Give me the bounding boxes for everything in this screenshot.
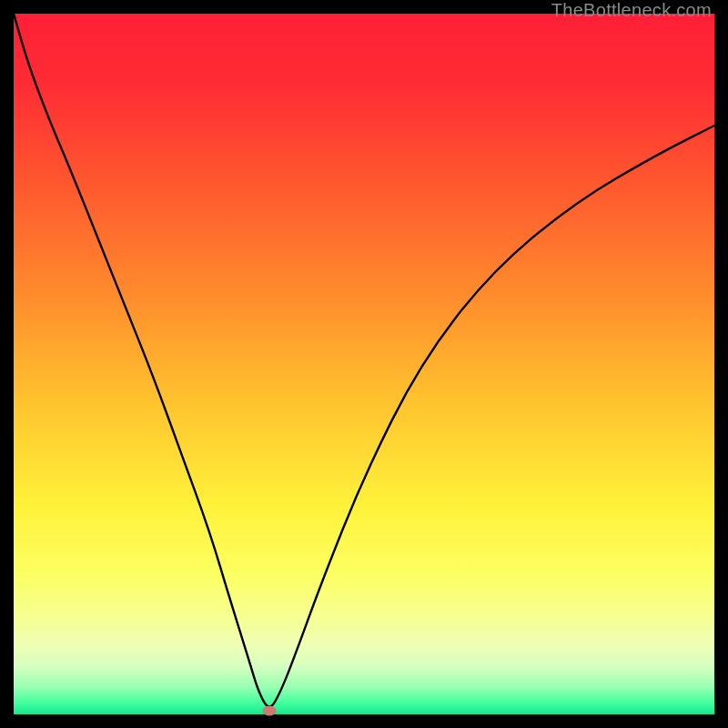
bottleneck-curve: [14, 14, 714, 714]
minimum-marker: [263, 706, 277, 716]
watermark-text: TheBottleneck.com: [551, 0, 712, 21]
chart-frame: [14, 14, 714, 714]
